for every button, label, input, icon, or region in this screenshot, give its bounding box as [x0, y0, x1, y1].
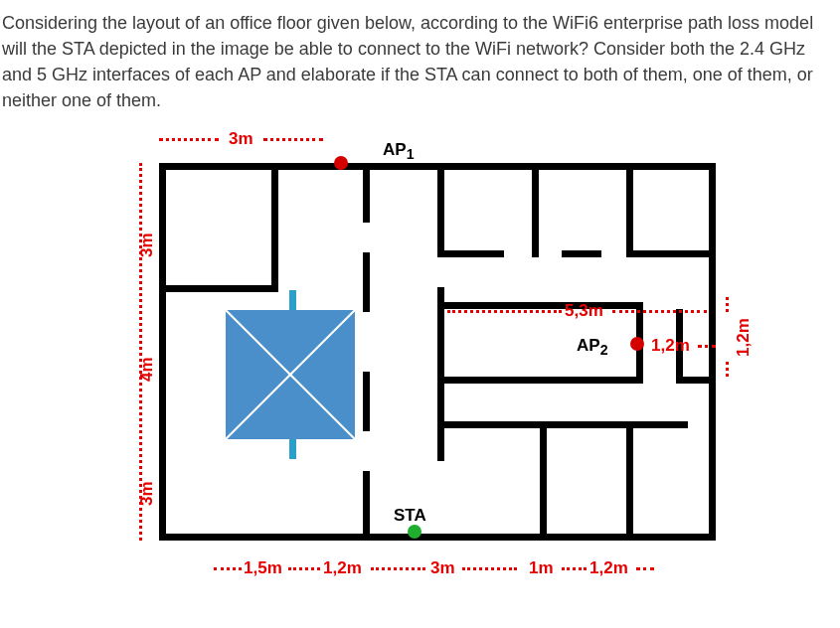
ap1-label: AP1 [383, 138, 415, 165]
ap2-label: AP2 [577, 334, 608, 361]
dim-right-1-2m: 1,2m [732, 319, 756, 358]
dim-line-vertical [726, 362, 729, 377]
question-text: Considering the layout of an office floo… [2, 10, 826, 113]
dim-5-3m: 5,3m [565, 299, 603, 324]
wall [159, 163, 166, 541]
ap2-label-text: AP [577, 336, 600, 355]
wall [643, 421, 688, 428]
dim-line [214, 567, 242, 570]
dim-line [263, 138, 323, 141]
floor-plan-diagram: 3m 3m 4m 3m AP1 [99, 123, 736, 590]
floor-plan-outline [159, 163, 716, 541]
page-root: Considering the layout of an office floo… [0, 0, 840, 628]
obstacle-box [226, 310, 355, 439]
dim-line [612, 310, 707, 313]
wall [363, 471, 370, 541]
door-marker [289, 439, 296, 459]
dim-line [562, 567, 587, 570]
wall [626, 428, 633, 541]
dim-top-3m: 3m [229, 127, 253, 152]
dim-line-vertical [726, 297, 729, 312]
wall [159, 285, 278, 292]
dim-bot-3m: 3m [430, 556, 455, 581]
dim-bot-1-2m-b: 1,2m [589, 556, 628, 581]
wall [444, 377, 643, 384]
dim-line [462, 567, 517, 570]
dim-left-3m-bot: 3m [135, 482, 160, 507]
wall [709, 163, 716, 541]
dim-bot-1m: 1m [529, 556, 554, 581]
ap1-label-sub: 1 [407, 147, 415, 163]
dim-ap2-1-2m: 1,2m [651, 334, 690, 359]
wall [540, 428, 547, 541]
wall [271, 163, 278, 292]
wall [437, 287, 444, 461]
dim-line [371, 567, 425, 570]
dim-line [698, 345, 716, 348]
obstacle-cross-icon [226, 310, 355, 439]
wall [363, 372, 370, 431]
sta-label: STA [394, 504, 426, 529]
wall [683, 377, 716, 384]
dim-line [288, 567, 320, 570]
dim-bot-1-2m-a: 1,2m [323, 556, 362, 581]
dim-bot-1-5m: 1,5m [244, 556, 282, 581]
wall [444, 250, 504, 257]
wall [626, 250, 716, 257]
wall [444, 302, 643, 309]
wall [437, 163, 444, 257]
dim-line [447, 310, 562, 313]
wall [532, 170, 539, 257]
dim-line [636, 567, 654, 570]
wall [363, 252, 370, 312]
ap1-label-text: AP [383, 140, 407, 159]
wall [363, 163, 370, 223]
wall [626, 170, 633, 257]
dim-left-4m: 4m [135, 358, 160, 383]
door-marker [289, 290, 296, 310]
wall [444, 421, 643, 428]
dim-line [159, 138, 219, 141]
wall [562, 250, 601, 257]
dim-left-3m-top: 3m [135, 234, 160, 258]
ap2-label-sub: 2 [600, 343, 608, 359]
